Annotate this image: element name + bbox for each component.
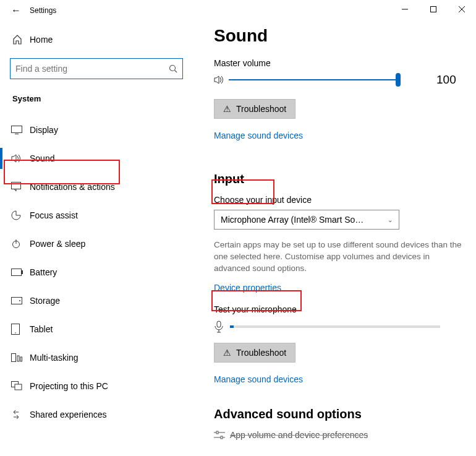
input-device-dropdown[interactable]: Microphone Array (Intel® Smart So… ⌄ (214, 210, 399, 230)
troubleshoot-input-button[interactable]: ⚠ Troubleshoot (214, 343, 295, 363)
sidebar-item-multitasking[interactable]: Multi-tasking (0, 343, 198, 372)
sidebar-item-display[interactable]: Display (0, 116, 198, 144)
svg-rect-1 (431, 7, 436, 12)
troubleshoot-output-button[interactable]: ⚠ Troubleshoot (214, 99, 295, 119)
multitasking-icon (11, 353, 30, 362)
manage-output-devices-link[interactable]: Manage sound devices (214, 131, 303, 140)
svg-rect-12 (22, 270, 23, 274)
sidebar-item-shared[interactable]: Shared experiences (0, 400, 198, 429)
search-input[interactable] (10, 58, 183, 79)
speaker-icon (214, 74, 225, 85)
input-help-text: Certain apps may be set up to use differ… (214, 239, 467, 275)
minimize-button[interactable] (391, 0, 419, 19)
storage-icon (11, 297, 30, 304)
window-title: Settings (30, 6, 56, 15)
sidebar-item-power[interactable]: Power & sleep (0, 230, 198, 258)
svg-rect-11 (12, 269, 22, 276)
svg-rect-17 (12, 354, 16, 362)
svg-point-4 (170, 66, 176, 71)
search-icon (169, 64, 177, 73)
svg-rect-28 (221, 436, 223, 439)
home-label: Home (30, 35, 53, 45)
sidebar-item-focus-assist[interactable]: Focus assist (0, 201, 198, 230)
sidebar-section: System (0, 83, 198, 110)
display-icon (11, 126, 30, 134)
microphone-icon (214, 320, 224, 333)
svg-rect-18 (17, 356, 19, 361)
choose-input-label: Choose your input device (214, 195, 470, 205)
maximize-button[interactable] (419, 0, 448, 19)
sidebar-item-battery[interactable]: Battery (0, 258, 198, 286)
svg-rect-19 (20, 357, 22, 361)
master-volume-label: Master volume (214, 58, 470, 68)
sidebar-item-sound[interactable]: Sound (0, 144, 198, 173)
advanced-heading: Advanced sound options (214, 407, 470, 421)
svg-rect-6 (12, 126, 22, 133)
sidebar-item-storage[interactable]: Storage (0, 286, 198, 315)
input-device-selected: Microphone Array (Intel® Smart So… (221, 215, 363, 225)
sidebar-item-projecting[interactable]: Projecting to this PC (0, 372, 198, 400)
svg-rect-8 (12, 183, 21, 189)
svg-rect-21 (15, 384, 22, 390)
warning-icon: ⚠ (223, 348, 231, 358)
battery-icon (11, 269, 30, 276)
input-heading: Input (214, 172, 470, 186)
svg-line-5 (175, 71, 177, 73)
home-icon (12, 35, 30, 45)
power-icon (11, 239, 30, 249)
notifications-icon (11, 182, 30, 192)
svg-rect-26 (216, 431, 218, 434)
back-button[interactable]: ← (11, 5, 21, 16)
focus-icon (11, 210, 30, 220)
svg-point-14 (19, 300, 20, 301)
page-title: Sound (214, 26, 470, 46)
projecting-icon (11, 381, 30, 391)
main-content: Sound Master volume 100 ⚠ Troubleshoot M… (198, 21, 476, 456)
sidebar: Home System Display Sound Notifications … (0, 21, 198, 456)
device-properties-link[interactable]: Device properties (214, 283, 281, 293)
tablet-icon (11, 324, 30, 335)
mic-level-bar (230, 325, 440, 328)
warning-icon: ⚠ (223, 104, 231, 114)
sidebar-item-notifications[interactable]: Notifications & actions (0, 173, 198, 201)
manage-input-devices-link[interactable]: Manage sound devices (214, 374, 303, 384)
sound-icon (11, 153, 30, 163)
sliders-icon (214, 431, 230, 439)
close-button[interactable] (448, 0, 476, 19)
volume-slider[interactable] (214, 74, 399, 85)
volume-value: 100 (436, 73, 456, 87)
chevron-down-icon: ⌄ (388, 217, 393, 223)
shared-icon (11, 410, 30, 419)
sidebar-item-tablet[interactable]: Tablet (0, 315, 198, 343)
svg-point-16 (15, 332, 16, 333)
svg-rect-22 (217, 321, 221, 327)
test-mic-label: Test your microphone (214, 304, 470, 314)
home-button[interactable]: Home (0, 27, 198, 52)
app-volume-item[interactable]: App volume and device preferences (214, 430, 470, 440)
